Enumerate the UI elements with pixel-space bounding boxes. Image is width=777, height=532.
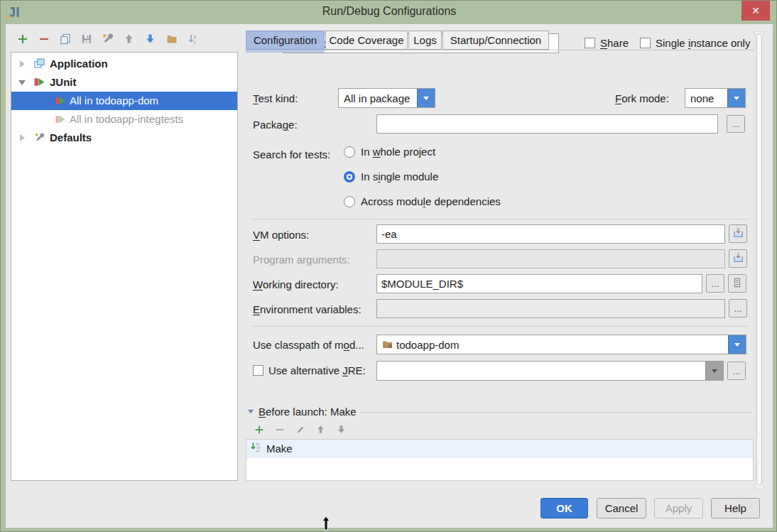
- tree-item-defaults[interactable]: Defaults: [11, 129, 237, 147]
- titlebar: Run/Debug Configurations ✕: [1, 1, 777, 24]
- ellipsis-icon: ...: [734, 303, 742, 314]
- tree-item-label: Application: [50, 58, 108, 70]
- selected-tab-strip: [246, 50, 325, 53]
- tree-item-junit[interactable]: JUnit: [11, 73, 237, 92]
- application-icon: [34, 58, 45, 71]
- share-label: Share: [600, 37, 629, 49]
- scrollbar-thumb[interactable]: [756, 33, 762, 485]
- fork-mode-combo[interactable]: none: [685, 88, 746, 108]
- edit-task-icon[interactable]: [294, 423, 306, 435]
- tab-code-coverage[interactable]: Code Coverage: [325, 31, 408, 50]
- close-button[interactable]: ✕: [741, 1, 770, 21]
- single-instance-checkbox[interactable]: Single instance only: [640, 37, 750, 49]
- collapse-arrow-icon[interactable]: [248, 410, 254, 414]
- close-icon: ✕: [751, 5, 760, 16]
- radio-across-module-dependencies[interactable]: Across module dependencies: [344, 195, 501, 207]
- dialog-body: az Application JUnit All in todoapp-dom: [6, 24, 773, 528]
- collapse-arrow-icon[interactable]: [18, 80, 26, 85]
- radio-in-whole-project[interactable]: In whole project: [344, 146, 435, 158]
- make-compile-icon: 011001: [251, 442, 262, 455]
- configurations-tree: Application JUnit All in todoapp-dom All…: [11, 52, 238, 481]
- copy-configuration-icon[interactable]: [59, 33, 71, 45]
- before-launch-item-make[interactable]: 011001 Make: [246, 440, 753, 457]
- alternative-jre-combo[interactable]: [376, 361, 724, 381]
- dialog-title: Run/Debug Configurations: [1, 5, 777, 18]
- chevron-down-icon[interactable]: [417, 89, 435, 107]
- working-directory-input[interactable]: [376, 274, 702, 293]
- resize-cursor: [321, 516, 331, 532]
- remove-configuration-icon[interactable]: [38, 33, 50, 45]
- add-task-icon[interactable]: [253, 423, 265, 435]
- move-task-up-icon[interactable]: [315, 423, 327, 435]
- defaults-wrench-icon: [34, 132, 45, 145]
- radio-label: Across module dependencies: [361, 195, 501, 207]
- configuration-panel: Name: Share Single instance only Configu…: [246, 31, 754, 492]
- vm-options-label: VM options:: [253, 229, 309, 241]
- search-for-tests-label: Search for tests:: [253, 148, 330, 161]
- environment-variables-input[interactable]: [376, 299, 725, 318]
- move-down-icon[interactable]: [144, 33, 156, 45]
- before-launch-toolbar: [253, 423, 347, 435]
- document-icon: [732, 278, 742, 290]
- chevron-down-icon[interactable]: [727, 89, 745, 107]
- tab-configuration[interactable]: Configuration: [246, 31, 325, 50]
- tab-label: Code Coverage: [329, 34, 403, 46]
- vm-options-input[interactable]: [376, 224, 725, 244]
- radio-in-single-module[interactable]: In single module: [344, 170, 438, 183]
- package-browse-button[interactable]: ...: [727, 115, 745, 133]
- test-kind-combo[interactable]: All in package: [338, 88, 435, 108]
- help-button-label: Help: [724, 502, 746, 514]
- ok-button[interactable]: OK: [540, 498, 588, 519]
- fork-mode-value: none: [685, 92, 727, 104]
- vm-options-expand-button[interactable]: [729, 224, 747, 243]
- environment-variables-browse-button[interactable]: ...: [729, 299, 747, 317]
- chevron-down-icon[interactable]: [728, 335, 746, 354]
- tree-item-application[interactable]: Application: [11, 55, 237, 73]
- expand-arrow-icon[interactable]: [20, 60, 25, 67]
- tab-startup-connection[interactable]: Startup/Connection: [442, 31, 549, 50]
- ellipsis-icon: ...: [712, 278, 719, 289]
- move-up-icon[interactable]: [123, 33, 135, 45]
- test-kind-label: Test kind:: [253, 92, 298, 104]
- module-icon: [382, 339, 393, 351]
- run-debug-configurations-dialog: Run/Debug Configurations ✕: [0, 0, 777, 532]
- help-button[interactable]: Help: [711, 498, 760, 519]
- package-input[interactable]: [376, 114, 718, 134]
- edit-defaults-icon[interactable]: [102, 33, 114, 45]
- add-configuration-icon[interactable]: [16, 33, 28, 45]
- before-launch-label: Before launch: Make: [259, 406, 357, 418]
- sort-alphabetically-icon[interactable]: az: [187, 33, 199, 45]
- separator: [251, 219, 749, 219]
- tree-item-all-in-todoapp-integtests[interactable]: All in todoapp-integtests: [11, 110, 237, 129]
- create-folder-icon[interactable]: [165, 33, 178, 45]
- single-instance-label: Single instance only: [656, 37, 750, 49]
- save-configuration-icon[interactable]: [80, 33, 92, 45]
- working-directory-browse-button[interactable]: ...: [706, 274, 724, 293]
- alternative-jre-browse-button[interactable]: ...: [727, 362, 746, 380]
- classpath-label: Use classpath of mod...: [253, 339, 364, 351]
- tree-item-label: JUnit: [50, 76, 77, 88]
- move-task-down-icon[interactable]: [335, 423, 347, 435]
- header-rule: [361, 412, 753, 413]
- classpath-combo[interactable]: todoapp-dom: [376, 335, 746, 354]
- before-launch-list: 011001 Make: [246, 439, 754, 481]
- vertical-scrollbar[interactable]: [755, 31, 764, 489]
- cancel-button[interactable]: Cancel: [597, 498, 646, 519]
- remove-task-icon[interactable]: [273, 423, 286, 435]
- tab-label: Configuration: [254, 34, 317, 46]
- expand-arrow-icon[interactable]: [20, 134, 25, 141]
- test-kind-value: All in package: [339, 92, 417, 104]
- tab-label: Startup/Connection: [450, 34, 541, 46]
- tab-logs[interactable]: Logs: [408, 31, 442, 50]
- tree-item-all-in-todoapp-dom[interactable]: All in todoapp-dom: [11, 92, 237, 110]
- working-directory-macros-button[interactable]: [728, 274, 746, 293]
- radio-label: In whole project: [361, 146, 435, 158]
- configurations-toolbar: az: [16, 33, 199, 45]
- task-label: Make: [266, 443, 293, 455]
- before-launch-header[interactable]: Before launch: Make: [247, 406, 753, 418]
- chevron-down-icon[interactable]: [705, 362, 723, 380]
- alternative-jre-checkbox[interactable]: Use alternative JRE:: [253, 364, 366, 376]
- program-arguments-label: Program arguments:: [253, 254, 350, 266]
- share-checkbox[interactable]: Share: [585, 37, 629, 49]
- program-arguments-expand-button[interactable]: [729, 249, 747, 268]
